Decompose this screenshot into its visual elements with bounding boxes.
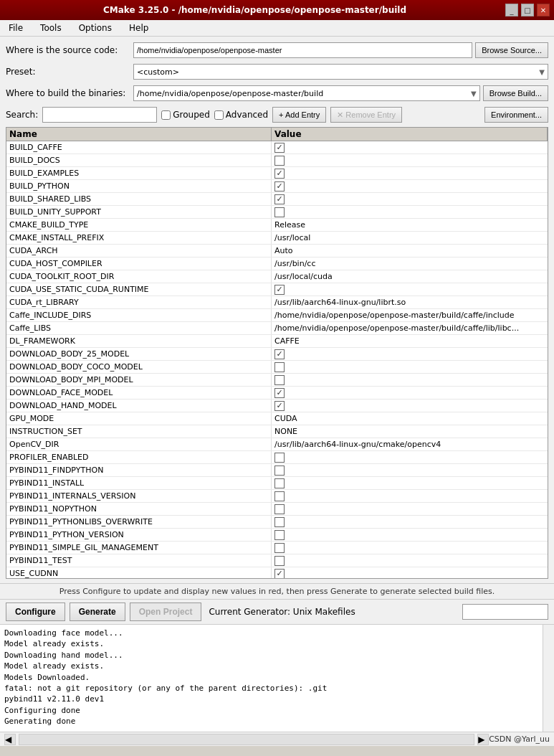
cell-name: DL_FRAMEWORK — [6, 335, 272, 347]
row-checkbox[interactable]: ✓ — [274, 143, 285, 153]
table-row[interactable]: DL_FRAMEWORKCAFFE — [6, 335, 548, 348]
search-input[interactable] — [42, 107, 157, 123]
table-row[interactable]: PYBIND11_PYTHONLIBS_OVERWRITE — [6, 516, 548, 529]
close-button[interactable]: ✕ — [537, 4, 550, 16]
table-row[interactable]: CUDA_HOST_COMPILER/usr/bin/cc — [6, 257, 548, 270]
build-dropdown[interactable]: /home/nvidia/openpose/openpose-master/bu… — [133, 85, 480, 101]
cell-name: PYBIND11_PYTHON_VERSION — [6, 529, 272, 541]
table-row[interactable]: PYBIND11_NOPYTHON — [6, 503, 548, 516]
cell-value: /usr/local/cuda — [272, 270, 548, 283]
table-row[interactable]: DOWNLOAD_FACE_MODEL✓ — [6, 387, 548, 400]
maximize-button[interactable]: □ — [521, 4, 534, 16]
table-row[interactable]: CMAKE_BUILD_TYPERelease — [6, 219, 548, 232]
log-scrollbar[interactable] — [543, 625, 554, 732]
table-row[interactable]: BUILD_SHARED_LIBS✓ — [6, 193, 548, 206]
table-row[interactable]: PROFILER_ENABLED — [6, 451, 548, 464]
row-checkbox[interactable]: ✓ — [274, 181, 285, 192]
row-checkbox[interactable]: ✓ — [274, 169, 285, 179]
log-line: fatal: not a git repository (or any of t… — [4, 683, 538, 694]
add-entry-button[interactable]: + Add Entry — [272, 107, 326, 123]
remove-entry-button[interactable]: ✕ Remove Entry — [330, 107, 402, 123]
row-checkbox[interactable] — [274, 207, 285, 217]
row-checkbox[interactable]: ✓ — [274, 388, 285, 398]
horizontal-scrollbar[interactable] — [19, 734, 474, 745]
scroll-left[interactable]: ◀ — [4, 734, 16, 745]
menu-file[interactable]: File — [3, 22, 29, 34]
cell-value — [272, 554, 548, 567]
row-checkbox[interactable]: ✓ — [274, 349, 285, 359]
table-row[interactable]: DOWNLOAD_HAND_MODEL✓ — [6, 400, 548, 412]
cell-name: BUILD_PYTHON — [6, 180, 272, 192]
table-row[interactable]: GPU_MODECUDA — [6, 412, 548, 425]
table-row[interactable]: USE_CUDNN✓ — [6, 567, 548, 579]
row-checkbox[interactable] — [274, 504, 285, 514]
environment-button[interactable]: Environment... — [484, 107, 548, 123]
row-checkbox[interactable]: ✓ — [274, 401, 285, 411]
table-row[interactable]: BUILD_PYTHON✓ — [6, 180, 548, 193]
row-checkbox[interactable] — [274, 362, 285, 372]
table-row[interactable]: PYBIND11_SIMPLE_GIL_MANAGEMENT — [6, 542, 548, 554]
grouped-label: Grouped — [173, 110, 210, 120]
table-row[interactable]: CMAKE_INSTALL_PREFIX/usr/local — [6, 232, 548, 245]
configure-button[interactable]: Configure — [6, 603, 65, 621]
grouped-checkbox[interactable] — [161, 110, 171, 120]
table-row[interactable]: INSTRUCTION_SETNONE — [6, 425, 548, 438]
advanced-checkbox[interactable] — [214, 110, 224, 120]
row-checkbox[interactable] — [274, 156, 285, 166]
status-message: Press Configure to update and display ne… — [59, 587, 495, 596]
cell-name: CMAKE_BUILD_TYPE — [6, 219, 272, 231]
table-row[interactable]: CUDA_rt_LIBRARY/usr/lib/aarch64-linux-gn… — [6, 296, 548, 309]
cell-name: PYBIND11_INTERNALS_VERSION — [6, 490, 272, 502]
browse-source-button[interactable]: Browse Source... — [475, 42, 548, 58]
table-row[interactable]: BUILD_EXAMPLES✓ — [6, 167, 548, 180]
table-row[interactable]: BUILD_UNITY_SUPPORT — [6, 206, 548, 219]
table-row[interactable]: BUILD_DOCS — [6, 154, 548, 167]
log-text[interactable]: Downloading face model...Model already e… — [0, 625, 543, 732]
table-body: BUILD_CAFFE✓BUILD_DOCSBUILD_EXAMPLES✓BUI… — [6, 141, 548, 579]
browse-build-button[interactable]: Browse Build... — [483, 85, 548, 101]
row-checkbox[interactable]: ✓ — [274, 194, 285, 204]
cmake-table: Name Value BUILD_CAFFE✓BUILD_DOCSBUILD_E… — [6, 127, 548, 579]
row-checkbox[interactable] — [274, 375, 285, 385]
table-row[interactable]: DOWNLOAD_BODY_25_MODEL✓ — [6, 348, 548, 361]
row-checkbox[interactable] — [274, 517, 285, 527]
table-row[interactable]: Caffe_INCLUDE_DIRS/home/nvidia/openpose/… — [6, 309, 548, 322]
menu-options[interactable]: Options — [73, 22, 118, 34]
table-row[interactable]: PYBIND11_PYTHON_VERSION — [6, 529, 548, 542]
table-row[interactable]: Caffe_LIBS/home/nvidia/openpose/openpose… — [6, 322, 548, 335]
table-row[interactable]: OpenCV_DIR/usr/lib/aarch64-linux-gnu/cma… — [6, 438, 548, 451]
table-row[interactable]: DOWNLOAD_BODY_MPI_MODEL — [6, 374, 548, 387]
table-row[interactable]: PYBIND11_INSTALL — [6, 477, 548, 490]
title-bar: CMake 3.25.0 - /home/nvidia/openpose/ope… — [0, 0, 554, 20]
menu-help[interactable]: Help — [123, 22, 154, 34]
table-row[interactable]: CUDA_TOOLKIT_ROOT_DIR/usr/local/cuda — [6, 270, 548, 283]
row-checkbox[interactable] — [274, 543, 285, 553]
log-scroll-container: Downloading face model...Model already e… — [0, 625, 554, 732]
row-checkbox[interactable] — [274, 478, 285, 488]
row-checkbox[interactable] — [274, 530, 285, 540]
cell-name: BUILD_SHARED_LIBS — [6, 193, 272, 205]
menu-tools[interactable]: Tools — [34, 22, 67, 34]
row-checkbox[interactable] — [274, 466, 285, 476]
minimize-button[interactable]: _ — [505, 4, 518, 16]
row-checkbox[interactable] — [274, 453, 285, 463]
preset-dropdown[interactable]: <custom> ▼ — [133, 64, 548, 80]
table-row[interactable]: BUILD_CAFFE✓ — [6, 141, 548, 154]
table-row[interactable]: DOWNLOAD_BODY_COCO_MODEL — [6, 361, 548, 374]
source-input[interactable] — [133, 42, 472, 58]
row-checkbox[interactable]: ✓ — [274, 569, 285, 579]
table-row[interactable]: CUDA_ARCHAuto — [6, 245, 548, 257]
table-row[interactable]: PYBIND11_TEST — [6, 554, 548, 567]
table-row[interactable]: CUDA_USE_STATIC_CUDA_RUNTIME✓ — [6, 283, 548, 296]
advanced-checkbox-label[interactable]: Advanced — [214, 110, 268, 120]
row-checkbox[interactable] — [274, 556, 285, 566]
table-row[interactable]: PYBIND11_INTERNALS_VERSION — [6, 490, 548, 503]
scroll-right[interactable]: ▶ — [477, 734, 489, 745]
generate-button[interactable]: Generate — [70, 603, 125, 621]
grouped-checkbox-label[interactable]: Grouped — [161, 110, 210, 120]
open-project-button[interactable]: Open Project — [130, 603, 202, 621]
row-checkbox[interactable]: ✓ — [274, 285, 285, 295]
bottom-search-input[interactable] — [462, 604, 548, 620]
row-checkbox[interactable] — [274, 491, 285, 501]
table-row[interactable]: PYBIND11_FINDPYTHON — [6, 464, 548, 477]
